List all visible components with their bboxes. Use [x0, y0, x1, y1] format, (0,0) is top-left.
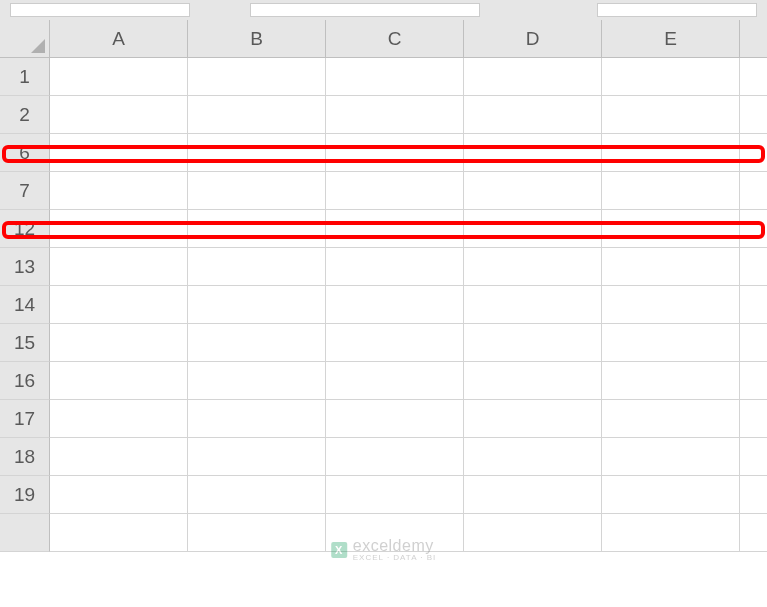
cell-c18[interactable]: [326, 438, 464, 476]
cell-b15[interactable]: [188, 324, 326, 362]
row-header-17[interactable]: 17: [0, 400, 50, 438]
formula-bar[interactable]: [250, 3, 480, 17]
col-header-a[interactable]: A: [50, 20, 188, 58]
row-header-19[interactable]: 19: [0, 476, 50, 514]
cell-e1[interactable]: [602, 58, 740, 96]
row-header-extra[interactable]: [0, 514, 50, 552]
cell-e7[interactable]: [602, 172, 740, 210]
cell-f12[interactable]: [740, 210, 767, 248]
cell-b1[interactable]: [188, 58, 326, 96]
cell-e6[interactable]: [602, 134, 740, 172]
row-header-18[interactable]: 18: [0, 438, 50, 476]
cell-e14[interactable]: [602, 286, 740, 324]
cell-d17[interactable]: [464, 400, 602, 438]
col-header-extra[interactable]: [740, 20, 767, 58]
cell-e12[interactable]: [602, 210, 740, 248]
cell-c17[interactable]: [326, 400, 464, 438]
cell-e18[interactable]: [602, 438, 740, 476]
cell-a13[interactable]: [50, 248, 188, 286]
cell-e17[interactable]: [602, 400, 740, 438]
cell-extra-b[interactable]: [188, 514, 326, 552]
select-all-corner[interactable]: [0, 20, 50, 58]
col-header-d[interactable]: D: [464, 20, 602, 58]
row-header-16[interactable]: 16: [0, 362, 50, 400]
cell-c13[interactable]: [326, 248, 464, 286]
cell-d2[interactable]: [464, 96, 602, 134]
cell-extra-f[interactable]: [740, 514, 767, 552]
cell-d6[interactable]: [464, 134, 602, 172]
cell-c14[interactable]: [326, 286, 464, 324]
cell-d14[interactable]: [464, 286, 602, 324]
cell-b13[interactable]: [188, 248, 326, 286]
cell-f13[interactable]: [740, 248, 767, 286]
cell-a7[interactable]: [50, 172, 188, 210]
cell-c19[interactable]: [326, 476, 464, 514]
cell-c12[interactable]: [326, 210, 464, 248]
cell-b14[interactable]: [188, 286, 326, 324]
cell-b2[interactable]: [188, 96, 326, 134]
row-header-1[interactable]: 1: [0, 58, 50, 96]
row-header-15[interactable]: 15: [0, 324, 50, 362]
cell-b19[interactable]: [188, 476, 326, 514]
name-box[interactable]: [10, 3, 190, 17]
cell-f16[interactable]: [740, 362, 767, 400]
cell-a2[interactable]: [50, 96, 188, 134]
cell-c7[interactable]: [326, 172, 464, 210]
cell-f6[interactable]: [740, 134, 767, 172]
col-header-e[interactable]: E: [602, 20, 740, 58]
cell-d12[interactable]: [464, 210, 602, 248]
cell-a15[interactable]: [50, 324, 188, 362]
cell-f2[interactable]: [740, 96, 767, 134]
cell-e15[interactable]: [602, 324, 740, 362]
cell-e2[interactable]: [602, 96, 740, 134]
cell-c2[interactable]: [326, 96, 464, 134]
cell-c1[interactable]: [326, 58, 464, 96]
cell-e16[interactable]: [602, 362, 740, 400]
row-header-14[interactable]: 14: [0, 286, 50, 324]
cell-a16[interactable]: [50, 362, 188, 400]
cell-c6[interactable]: [326, 134, 464, 172]
cell-c16[interactable]: [326, 362, 464, 400]
cell-d1[interactable]: [464, 58, 602, 96]
cell-b7[interactable]: [188, 172, 326, 210]
cell-e13[interactable]: [602, 248, 740, 286]
cell-b12[interactable]: [188, 210, 326, 248]
cell-extra-a[interactable]: [50, 514, 188, 552]
cell-d13[interactable]: [464, 248, 602, 286]
cell-a6[interactable]: [50, 134, 188, 172]
cell-b16[interactable]: [188, 362, 326, 400]
watermark: X exceldemy EXCEL · DATA · BI: [331, 537, 437, 562]
cell-f18[interactable]: [740, 438, 767, 476]
cell-d19[interactable]: [464, 476, 602, 514]
row-header-7[interactable]: 7: [0, 172, 50, 210]
cell-a18[interactable]: [50, 438, 188, 476]
cell-c15[interactable]: [326, 324, 464, 362]
row-header-6[interactable]: 6: [0, 134, 50, 172]
row-header-12[interactable]: 12: [0, 210, 50, 248]
cell-f7[interactable]: [740, 172, 767, 210]
cell-extra-d[interactable]: [464, 514, 602, 552]
cell-d7[interactable]: [464, 172, 602, 210]
cell-d16[interactable]: [464, 362, 602, 400]
cell-f1[interactable]: [740, 58, 767, 96]
col-header-c[interactable]: C: [326, 20, 464, 58]
cell-d15[interactable]: [464, 324, 602, 362]
cell-f19[interactable]: [740, 476, 767, 514]
cell-a12[interactable]: [50, 210, 188, 248]
cell-a14[interactable]: [50, 286, 188, 324]
row-header-2[interactable]: 2: [0, 96, 50, 134]
cell-extra-e[interactable]: [602, 514, 740, 552]
row-header-13[interactable]: 13: [0, 248, 50, 286]
cell-d18[interactable]: [464, 438, 602, 476]
cell-f15[interactable]: [740, 324, 767, 362]
col-header-b[interactable]: B: [188, 20, 326, 58]
cell-a19[interactable]: [50, 476, 188, 514]
cell-b6[interactable]: [188, 134, 326, 172]
cell-f17[interactable]: [740, 400, 767, 438]
cell-a17[interactable]: [50, 400, 188, 438]
cell-b18[interactable]: [188, 438, 326, 476]
cell-b17[interactable]: [188, 400, 326, 438]
cell-e19[interactable]: [602, 476, 740, 514]
cell-a1[interactable]: [50, 58, 188, 96]
cell-f14[interactable]: [740, 286, 767, 324]
